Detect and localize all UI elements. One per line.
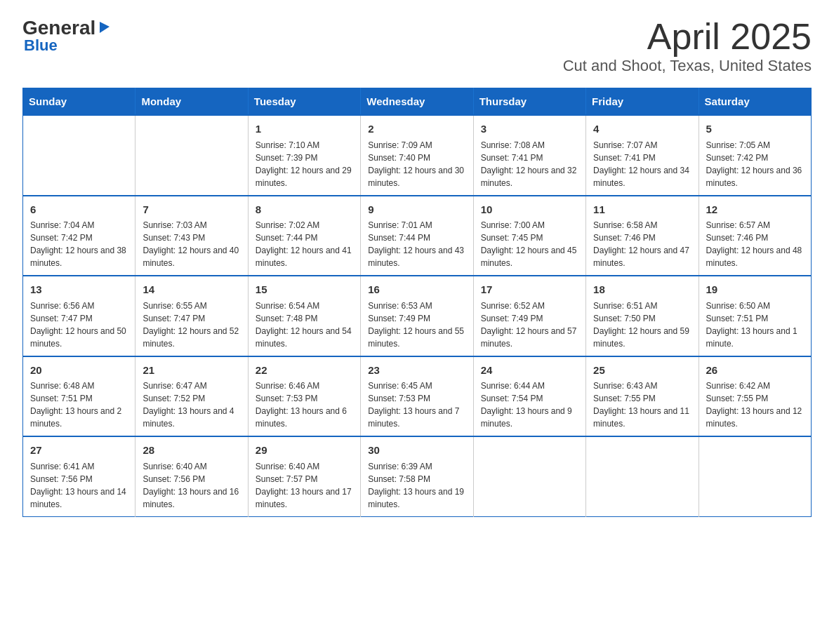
day-info: Sunrise: 7:05 AM Sunset: 7:42 PM Dayligh…	[706, 139, 804, 189]
day-number: 7	[143, 202, 240, 218]
day-number: 2	[368, 121, 465, 137]
calendar-cell: 21Sunrise: 6:47 AM Sunset: 7:52 PM Dayli…	[135, 356, 248, 437]
calendar-cell: 20Sunrise: 6:48 AM Sunset: 7:51 PM Dayli…	[23, 356, 135, 437]
calendar-day-header: Thursday	[473, 88, 585, 116]
calendar-cell: 25Sunrise: 6:43 AM Sunset: 7:55 PM Dayli…	[586, 356, 699, 437]
calendar-cell: 16Sunrise: 6:53 AM Sunset: 7:49 PM Dayli…	[361, 276, 473, 356]
calendar-cell: 14Sunrise: 6:55 AM Sunset: 7:47 PM Dayli…	[135, 276, 248, 356]
day-info: Sunrise: 7:04 AM Sunset: 7:42 PM Dayligh…	[30, 219, 128, 269]
calendar-day-header: Monday	[135, 88, 248, 116]
day-info: Sunrise: 7:10 AM Sunset: 7:39 PM Dayligh…	[256, 139, 353, 189]
day-number: 21	[143, 363, 240, 379]
calendar-cell: 27Sunrise: 6:41 AM Sunset: 7:56 PM Dayli…	[23, 436, 135, 516]
calendar-header-row: SundayMondayTuesdayWednesdayThursdayFrid…	[23, 88, 812, 116]
calendar-cell: 30Sunrise: 6:39 AM Sunset: 7:58 PM Dayli…	[361, 436, 473, 516]
calendar-week-row: 1Sunrise: 7:10 AM Sunset: 7:39 PM Daylig…	[23, 115, 812, 196]
day-number: 17	[481, 282, 578, 298]
day-number: 16	[368, 282, 465, 298]
day-number: 14	[143, 282, 240, 298]
logo-triangle-icon	[97, 19, 112, 34]
day-info: Sunrise: 7:07 AM Sunset: 7:41 PM Dayligh…	[593, 139, 691, 189]
calendar-cell: 24Sunrise: 6:44 AM Sunset: 7:54 PM Dayli…	[473, 356, 585, 437]
calendar-day-header: Saturday	[699, 88, 811, 116]
calendar-cell: 1Sunrise: 7:10 AM Sunset: 7:39 PM Daylig…	[248, 115, 360, 196]
day-info: Sunrise: 6:44 AM Sunset: 7:54 PM Dayligh…	[481, 380, 578, 430]
day-info: Sunrise: 7:03 AM Sunset: 7:43 PM Dayligh…	[143, 219, 240, 269]
day-info: Sunrise: 7:00 AM Sunset: 7:45 PM Dayligh…	[481, 219, 578, 269]
calendar-cell: 29Sunrise: 6:40 AM Sunset: 7:57 PM Dayli…	[248, 436, 360, 516]
day-number: 29	[256, 443, 353, 459]
day-info: Sunrise: 6:56 AM Sunset: 7:47 PM Dayligh…	[30, 300, 128, 350]
calendar-cell	[586, 436, 699, 516]
calendar-cell: 10Sunrise: 7:00 AM Sunset: 7:45 PM Dayli…	[473, 196, 585, 276]
calendar-cell: 19Sunrise: 6:50 AM Sunset: 7:51 PM Dayli…	[699, 276, 811, 356]
day-number: 12	[706, 202, 804, 218]
calendar-week-row: 6Sunrise: 7:04 AM Sunset: 7:42 PM Daylig…	[23, 196, 812, 276]
day-number: 10	[481, 202, 578, 218]
calendar-cell: 9Sunrise: 7:01 AM Sunset: 7:44 PM Daylig…	[361, 196, 473, 276]
day-info: Sunrise: 6:51 AM Sunset: 7:50 PM Dayligh…	[593, 300, 691, 350]
page-title: April 2025	[563, 17, 812, 57]
day-info: Sunrise: 6:45 AM Sunset: 7:53 PM Dayligh…	[368, 380, 465, 430]
calendar-week-row: 13Sunrise: 6:56 AM Sunset: 7:47 PM Dayli…	[23, 276, 812, 356]
day-info: Sunrise: 7:09 AM Sunset: 7:40 PM Dayligh…	[368, 139, 465, 189]
day-info: Sunrise: 6:41 AM Sunset: 7:56 PM Dayligh…	[30, 460, 128, 511]
logo-blue-text: Blue	[24, 36, 58, 55]
day-number: 9	[368, 202, 465, 218]
day-number: 11	[593, 202, 691, 218]
day-number: 20	[30, 363, 128, 379]
calendar-cell: 12Sunrise: 6:57 AM Sunset: 7:46 PM Dayli…	[699, 196, 811, 276]
logo: General Blue	[22, 17, 112, 55]
day-info: Sunrise: 6:43 AM Sunset: 7:55 PM Dayligh…	[593, 380, 691, 430]
calendar-cell: 4Sunrise: 7:07 AM Sunset: 7:41 PM Daylig…	[586, 115, 699, 196]
calendar-cell: 2Sunrise: 7:09 AM Sunset: 7:40 PM Daylig…	[361, 115, 473, 196]
calendar-day-header: Tuesday	[248, 88, 360, 116]
calendar-cell: 26Sunrise: 6:42 AM Sunset: 7:55 PM Dayli…	[699, 356, 811, 437]
calendar-cell: 6Sunrise: 7:04 AM Sunset: 7:42 PM Daylig…	[23, 196, 135, 276]
calendar-week-row: 27Sunrise: 6:41 AM Sunset: 7:56 PM Dayli…	[23, 436, 812, 516]
calendar-cell: 11Sunrise: 6:58 AM Sunset: 7:46 PM Dayli…	[586, 196, 699, 276]
day-info: Sunrise: 6:52 AM Sunset: 7:49 PM Dayligh…	[481, 300, 578, 350]
page-header: General Blue April 2025 Cut and Shoot, T…	[22, 17, 812, 75]
day-info: Sunrise: 6:42 AM Sunset: 7:55 PM Dayligh…	[706, 380, 804, 430]
day-number: 4	[593, 121, 691, 137]
day-number: 28	[143, 443, 240, 459]
day-info: Sunrise: 6:40 AM Sunset: 7:56 PM Dayligh…	[143, 460, 240, 511]
calendar-cell: 18Sunrise: 6:51 AM Sunset: 7:50 PM Dayli…	[586, 276, 699, 356]
day-number: 30	[368, 443, 465, 459]
day-number: 3	[481, 121, 578, 137]
day-info: Sunrise: 6:47 AM Sunset: 7:52 PM Dayligh…	[143, 380, 240, 430]
day-info: Sunrise: 6:54 AM Sunset: 7:48 PM Dayligh…	[256, 300, 353, 350]
calendar-cell: 3Sunrise: 7:08 AM Sunset: 7:41 PM Daylig…	[473, 115, 585, 196]
day-info: Sunrise: 6:50 AM Sunset: 7:51 PM Dayligh…	[706, 300, 804, 350]
calendar-cell: 5Sunrise: 7:05 AM Sunset: 7:42 PM Daylig…	[699, 115, 811, 196]
calendar-day-header: Wednesday	[361, 88, 473, 116]
svg-marker-0	[100, 22, 110, 33]
day-number: 6	[30, 202, 128, 218]
calendar-cell: 22Sunrise: 6:46 AM Sunset: 7:53 PM Dayli…	[248, 356, 360, 437]
day-number: 18	[593, 282, 691, 298]
day-info: Sunrise: 7:01 AM Sunset: 7:44 PM Dayligh…	[368, 219, 465, 269]
day-number: 25	[593, 363, 691, 379]
day-number: 8	[256, 202, 353, 218]
title-area: April 2025 Cut and Shoot, Texas, United …	[563, 17, 812, 75]
day-info: Sunrise: 6:58 AM Sunset: 7:46 PM Dayligh…	[593, 219, 691, 269]
calendar-day-header: Sunday	[23, 88, 135, 116]
day-info: Sunrise: 6:39 AM Sunset: 7:58 PM Dayligh…	[368, 460, 465, 511]
day-number: 13	[30, 282, 128, 298]
calendar-cell	[473, 436, 585, 516]
calendar-cell: 13Sunrise: 6:56 AM Sunset: 7:47 PM Dayli…	[23, 276, 135, 356]
calendar-day-header: Friday	[586, 88, 699, 116]
day-info: Sunrise: 6:53 AM Sunset: 7:49 PM Dayligh…	[368, 300, 465, 350]
calendar-cell: 8Sunrise: 7:02 AM Sunset: 7:44 PM Daylig…	[248, 196, 360, 276]
day-number: 15	[256, 282, 353, 298]
calendar-cell	[135, 115, 248, 196]
calendar-cell	[23, 115, 135, 196]
calendar-cell: 7Sunrise: 7:03 AM Sunset: 7:43 PM Daylig…	[135, 196, 248, 276]
calendar-cell: 17Sunrise: 6:52 AM Sunset: 7:49 PM Dayli…	[473, 276, 585, 356]
day-number: 1	[256, 121, 353, 137]
calendar-week-row: 20Sunrise: 6:48 AM Sunset: 7:51 PM Dayli…	[23, 356, 812, 437]
day-number: 5	[706, 121, 804, 137]
day-info: Sunrise: 7:08 AM Sunset: 7:41 PM Dayligh…	[481, 139, 578, 189]
calendar-cell: 28Sunrise: 6:40 AM Sunset: 7:56 PM Dayli…	[135, 436, 248, 516]
